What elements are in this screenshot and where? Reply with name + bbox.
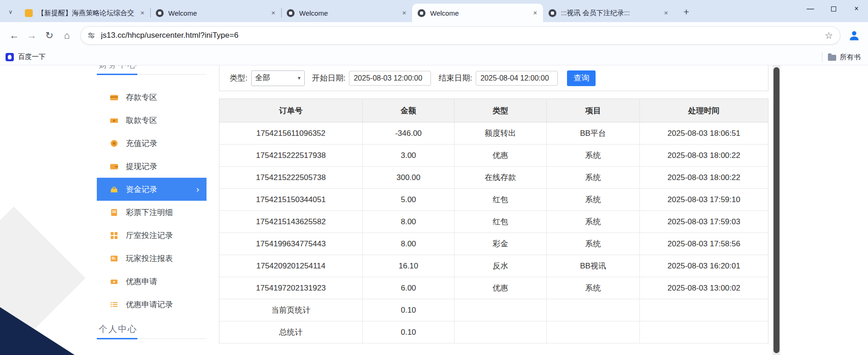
tab-close-icon[interactable]: × <box>269 9 278 17</box>
table-cell: 2025-08-03 16:20:01 <box>640 255 768 277</box>
sidebar-item-promo-apply[interactable]: 优惠申请 <box>97 270 207 293</box>
table-cell: 优惠 <box>455 277 547 299</box>
tab-forum[interactable]: 【新提醒】海燕策略论坛综合交 × <box>19 4 150 22</box>
sidebar-item-hall-bet-records[interactable]: 厅室投注记录 <box>97 224 207 247</box>
folder-icon <box>828 55 836 61</box>
bookmarks-bar: 百度一下 所有书 <box>0 49 868 65</box>
profile-avatar[interactable] <box>846 27 862 44</box>
section-title: 个人中心 <box>99 323 137 335</box>
sidebar-item-promo-apply-records[interactable]: 优惠申请记录 <box>97 293 207 316</box>
banknote-icon <box>110 116 118 125</box>
address-bar[interactable]: js13.cc/hhcp/usercenter.html?iniType=6 ☆ <box>80 26 840 45</box>
tab-video-records[interactable]: :::视讯 会员下注纪录::: × <box>543 4 674 22</box>
table-cell: 在线存款 <box>455 167 547 189</box>
tab-welcome-active[interactable]: Welcome × <box>412 4 543 22</box>
table-cell: 6.00 <box>363 277 455 299</box>
close-window-button[interactable]: × <box>845 0 868 17</box>
all-bookmarks-label: 所有书 <box>840 53 861 62</box>
site-favicon-icon <box>156 9 164 17</box>
sidebar-item-player-bet-report[interactable]: 玩家投注报表 <box>97 247 207 270</box>
start-date-input[interactable] <box>349 71 431 86</box>
window-controls: — × <box>799 0 868 17</box>
coin-icon <box>110 139 118 148</box>
section-underline <box>97 74 137 75</box>
table-cell: 红包 <box>455 211 547 233</box>
table-cell: 系统 <box>547 277 640 299</box>
bank-card-icon <box>110 93 118 102</box>
tab-close-icon[interactable]: × <box>531 9 539 17</box>
sidebar-item-fund-records[interactable]: 资金记录 › <box>97 178 207 201</box>
sidebar-item-deposit-zone[interactable]: 存款专区 <box>97 86 207 109</box>
table-cell: BB平台 <box>547 122 640 145</box>
site-favicon-icon <box>549 9 556 17</box>
scrollbar-thumb[interactable] <box>774 67 779 353</box>
table-cell: 2025-08-03 18:00:22 <box>640 145 768 167</box>
sidebar-item-recharge-records[interactable]: 充值记录 <box>97 132 207 155</box>
document-icon <box>110 208 118 217</box>
bookmark-label: 百度一下 <box>18 52 46 61</box>
tab-close-icon[interactable]: × <box>400 9 408 17</box>
sidebar-item-label: 优惠申请记录 <box>126 299 173 310</box>
site-settings-icon[interactable] <box>87 31 95 40</box>
minimize-button[interactable]: — <box>799 0 822 17</box>
search-button[interactable]: 查询 <box>567 70 596 86</box>
table-cell-grand-total-value: 0.10 <box>363 321 455 343</box>
table-cell: 2025-08-03 17:59:10 <box>640 189 768 211</box>
table-cell-grand-total-label: 总统计 <box>219 321 363 343</box>
home-button[interactable]: ⌂ <box>58 27 76 44</box>
tab-welcome-2[interactable]: Welcome × <box>281 4 412 22</box>
all-bookmarks-button[interactable]: 所有书 <box>822 52 868 62</box>
main-content: 类型: 全部 ▾ 开始日期: 结束日期: 查询 订单号 金额 类型 项目 处理时… <box>219 65 768 343</box>
table-header-order: 订单号 <box>219 99 363 122</box>
page-scrollbar <box>773 65 780 355</box>
tab-search-chevron-icon[interactable]: ∨ <box>5 6 17 18</box>
maximize-button[interactable] <box>822 0 845 17</box>
sidebar-item-withdraw-zone[interactable]: 取款专区 <box>97 109 207 132</box>
refresh-button[interactable]: ↻ <box>41 27 58 44</box>
tab-title: Welcome <box>430 9 527 17</box>
bookmark-star-icon[interactable]: ☆ <box>821 30 836 41</box>
table-cell: 2025-08-03 18:00:22 <box>640 167 768 189</box>
site-favicon-icon <box>287 9 295 17</box>
list-icon <box>110 300 118 309</box>
type-select-value: 全部 <box>255 73 270 83</box>
tab-close-icon[interactable]: × <box>138 9 147 17</box>
sidebar: 财务中心 存款专区 取款专区 充值记录 <box>97 65 207 344</box>
forward-button[interactable]: → <box>23 27 41 44</box>
tab-strip: ∨ 【新提醒】海燕策略论坛综合交 × Welcome × Welcome × W… <box>0 0 868 22</box>
table-cell: -346.00 <box>363 122 455 145</box>
table-cell: 优惠 <box>455 145 547 167</box>
table-cell: 2025-08-03 17:59:03 <box>640 211 768 233</box>
table-header-project: 项目 <box>547 99 640 122</box>
table-cell: 300.00 <box>363 167 455 189</box>
sidebar-menu: 存款专区 取款专区 充值记录 提现记录 资金记录 <box>97 86 207 316</box>
url-text[interactable]: js13.cc/hhcp/usercenter.html?iniType=6 <box>101 31 821 40</box>
section-underline <box>97 338 137 339</box>
table-cell: 2025-08-03 18:06:51 <box>640 122 768 145</box>
type-select[interactable]: 全部 ▾ <box>251 70 305 86</box>
sidebar-section-finance: 财务中心 <box>97 65 207 76</box>
sidebar-item-withdrawal-records[interactable]: 提现记录 <box>97 155 207 178</box>
table-cell: 系统 <box>547 233 640 255</box>
site-favicon-icon <box>418 9 425 17</box>
table-cell <box>455 299 547 321</box>
new-tab-button[interactable]: + <box>679 5 693 19</box>
end-date-input[interactable] <box>476 71 558 86</box>
ticket-icon <box>110 277 118 286</box>
person-icon <box>848 29 861 42</box>
report-icon <box>110 254 118 263</box>
sidebar-item-lottery-bet-details[interactable]: 彩票下注明细 <box>97 201 207 224</box>
wallet-icon <box>110 162 118 171</box>
table-header-amount: 金额 <box>363 99 455 122</box>
bookmark-baidu[interactable]: 百度一下 <box>6 52 46 61</box>
sidebar-item-label: 玩家投注报表 <box>126 253 173 264</box>
table-cell: 1754209201254114 <box>219 255 363 277</box>
tab-close-icon[interactable]: × <box>662 9 670 17</box>
table-cell-page-total-value: 0.10 <box>363 299 455 321</box>
back-button[interactable]: ← <box>6 27 23 44</box>
sidebar-item-label: 存款专区 <box>126 92 157 103</box>
table-cell: 3.00 <box>363 145 455 167</box>
chevron-right-icon: › <box>196 184 199 194</box>
start-date-label: 开始日期: <box>312 73 346 83</box>
tab-welcome-1[interactable]: Welcome × <box>150 4 281 22</box>
